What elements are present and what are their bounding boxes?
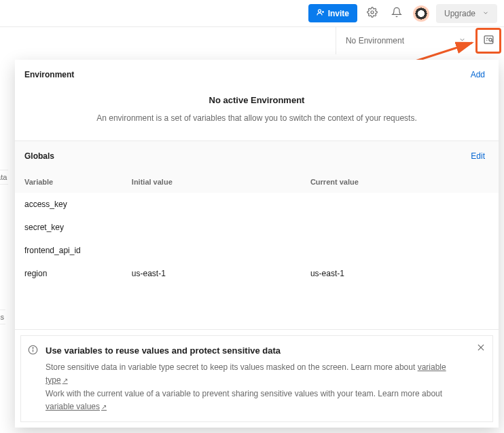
no-environment-title: No active Environment xyxy=(56,95,458,105)
environment-quicklook-button[interactable] xyxy=(475,28,501,54)
info-icon xyxy=(28,345,38,359)
no-environment-message: No active Environment An environment is … xyxy=(15,90,499,140)
cell-variable: region xyxy=(24,269,132,278)
environment-selector-row: No Environment xyxy=(0,27,504,54)
quicklook-icon xyxy=(483,34,494,48)
chevron-down-icon xyxy=(458,36,466,45)
cell-variable: access_key xyxy=(24,200,132,209)
globals-table-body: access_key secret_key frontend_api_id re… xyxy=(15,193,499,329)
environment-quicklook-panel: Environment Add No active Environment An… xyxy=(15,60,499,428)
close-tip-button[interactable] xyxy=(476,343,486,356)
gear-icon xyxy=(367,7,378,20)
cell-variable: frontend_api_id xyxy=(24,246,132,255)
cell-current xyxy=(310,200,489,209)
table-row: access_key xyxy=(15,193,499,216)
environment-selector[interactable]: No Environment xyxy=(336,27,475,54)
bell-icon xyxy=(391,7,402,20)
cell-initial xyxy=(132,200,310,209)
col-current: Current value xyxy=(310,178,489,186)
cell-initial: us-east-1 xyxy=(132,269,310,278)
cell-variable: secret_key xyxy=(24,223,132,232)
external-link-icon: ↗ xyxy=(62,377,68,384)
notifications-button[interactable] xyxy=(387,4,406,23)
cell-current xyxy=(310,223,489,232)
gutter-text-data: data xyxy=(0,170,8,185)
avatar-icon xyxy=(413,5,429,22)
top-bar: Invite Upgrade xyxy=(0,0,504,27)
no-environment-body: An environment is a set of variables tha… xyxy=(56,112,458,124)
globals-heading: Globals xyxy=(24,151,54,161)
upgrade-button[interactable]: Upgrade xyxy=(436,4,497,23)
edit-globals-button[interactable]: Edit xyxy=(467,151,489,162)
cell-current: us-east-1 xyxy=(310,269,489,278)
environment-section-header: Environment Add xyxy=(15,60,499,90)
variable-values-link[interactable]: variable values↗ xyxy=(46,402,107,411)
table-row: region us-east-1 us-east-1 xyxy=(15,262,499,285)
svg-point-0 xyxy=(318,10,321,12)
chevron-down-icon xyxy=(482,9,489,18)
invite-person-icon xyxy=(317,8,325,18)
tip-line-2: Work with the current value of a variabl… xyxy=(46,388,468,413)
account-avatar[interactable] xyxy=(412,4,431,23)
cell-initial xyxy=(132,223,310,232)
table-row: frontend_api_id xyxy=(15,239,499,262)
globals-header: Globals Edit xyxy=(15,141,499,171)
environment-selected-label: No Environment xyxy=(346,36,404,45)
cell-current xyxy=(310,246,489,255)
globals-table-header: Variable Initial value Current value xyxy=(15,171,499,193)
svg-point-9 xyxy=(33,348,33,349)
table-row: secret_key xyxy=(15,216,499,239)
svg-point-3 xyxy=(488,38,491,41)
add-environment-button[interactable]: Add xyxy=(467,69,489,80)
settings-button[interactable] xyxy=(363,4,382,23)
invite-button[interactable]: Invite xyxy=(308,4,357,22)
external-link-icon: ↗ xyxy=(101,403,107,411)
cell-initial xyxy=(132,246,310,255)
upgrade-label: Upgrade xyxy=(444,9,475,18)
variables-tip: Use variables to reuse values and protec… xyxy=(20,335,493,422)
globals-section: Globals Edit Variable Initial value Curr… xyxy=(15,140,499,330)
tip-line-1: Store sensitive data in variable type se… xyxy=(46,361,468,387)
environment-heading: Environment xyxy=(24,70,74,79)
invite-label: Invite xyxy=(328,9,349,18)
col-initial: Initial value xyxy=(132,178,310,186)
svg-point-1 xyxy=(371,11,374,14)
tip-title: Use variables to reuse values and protec… xyxy=(46,344,468,358)
col-variable: Variable xyxy=(24,178,132,186)
gutter-text-ess: ess xyxy=(0,309,5,324)
close-icon xyxy=(476,345,486,354)
